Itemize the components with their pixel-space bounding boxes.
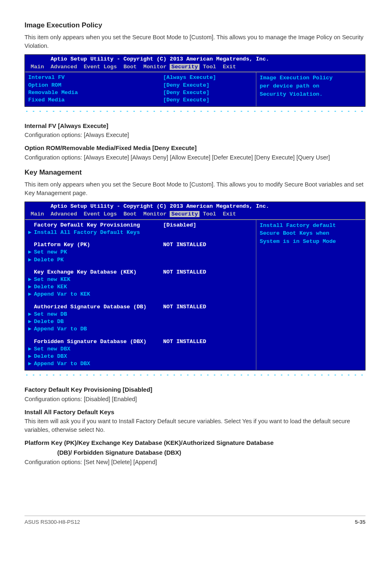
bios2-label: Set new DB <box>34 311 163 318</box>
bios-screenshot-2: Aptio Setup Utility - Copyright (C) 2013… <box>25 202 365 371</box>
triangle-icon: ▶ <box>28 360 34 368</box>
bios2-label: Set new KEK <box>34 276 163 283</box>
bios1-row0-label: Interval FV <box>28 74 163 81</box>
bios2-row: Key Exchange Key Database (KEK)NOT INSTA… <box>28 269 253 276</box>
triangle-icon <box>28 303 34 311</box>
bios2-row: ▶Set new PK <box>28 249 253 256</box>
bios1-left-panel: Interval FV[Always Execute] Option ROM[D… <box>25 72 256 106</box>
bios2-tabs-pre: Main Advanced Event Logs Boot Monitor <box>27 211 170 217</box>
bios2-value: [Disabled] <box>163 222 253 229</box>
bios2-tabs: Main Advanced Event Logs Boot Monitor Se… <box>25 210 365 219</box>
bios2-row: ▶Delete DBX <box>28 353 253 360</box>
bios2-label: Authorized Signature Database (DB) <box>34 303 163 311</box>
bios2-value <box>163 276 253 283</box>
bios2-row: Platform Key (PK)NOT INSTALLED <box>28 241 253 249</box>
footer-left: ASUS RS300-H8-PS12 <box>25 518 80 526</box>
bios2-value <box>163 249 253 256</box>
bios1-help-0: Image Execution Policy <box>260 74 362 82</box>
bios2-row: Authorized Signature Database (DB)NOT IN… <box>28 303 253 311</box>
triangle-icon: ▶ <box>28 318 34 325</box>
section-title-2: Key Management <box>25 168 365 178</box>
bios1-help-2: Security Violation. <box>260 90 362 99</box>
bios1-tab-active: Security <box>170 64 199 70</box>
bios2-value <box>163 311 253 318</box>
bios2-row: ▶Delete KEK <box>28 283 253 291</box>
triangle-icon <box>28 241 34 249</box>
bios2-row: ▶Set new DBX <box>28 346 253 353</box>
triangle-icon: ▶ <box>28 325 34 333</box>
bios2-group-spacer <box>28 264 253 269</box>
bios2-value <box>163 291 253 298</box>
bios-screenshot-1: Aptio Setup Utility - Copyright (C) 2013… <box>25 54 365 107</box>
bios2-label: Install All Factory Default Keys <box>34 229 163 236</box>
bios2-value <box>163 353 253 360</box>
bios2-value: NOT INSTALLED <box>163 303 253 311</box>
bios2-value <box>163 346 253 353</box>
bios2-group-spacer <box>28 298 253 303</box>
triangle-icon: ▶ <box>28 276 34 283</box>
bios2-row: Factory Default Key Provisioning[Disable… <box>28 222 253 229</box>
bios2-value <box>163 318 253 325</box>
bios2-row: ▶Set new DB <box>28 311 253 318</box>
bios2-help-panel: Install Factory default Secure Boot Keys… <box>256 220 365 370</box>
triangle-icon: ▶ <box>28 229 34 236</box>
triangle-icon: ▶ <box>28 283 34 291</box>
bios2-row: ▶Append Var to DB <box>28 325 253 333</box>
triangle-icon <box>28 338 34 346</box>
bios2-label: Platform Key (PK) <box>34 241 163 249</box>
bios2-label: Delete DB <box>34 318 163 325</box>
bios1-row2-value: [Deny Execute] <box>163 89 253 97</box>
bios1-dashes: - - - - - - - - - - - - - - - - - - - - … <box>25 108 365 115</box>
sub2-text: Configuration options: [Always Execute] … <box>25 153 365 162</box>
bios1-row0-value: [Always Execute] <box>163 74 253 81</box>
triangle-icon: ▶ <box>28 249 34 256</box>
triangle-icon <box>28 269 34 276</box>
bios2-row: ▶Delete PK <box>28 256 253 264</box>
bios2-value: NOT INSTALLED <box>163 269 253 276</box>
bios1-row1-value: [Deny Execute] <box>163 82 253 89</box>
bios2-value: NOT INSTALLED <box>163 338 253 346</box>
sub1-text: Configuration options: [Always Execute] <box>25 131 365 139</box>
bios2-value <box>163 256 253 264</box>
triangle-icon: ▶ <box>28 311 34 318</box>
bios2-label: Key Exchange Key Database (KEK) <box>34 269 163 276</box>
sub5-title: Platform Key (PK)/Key Exchange Key Datab… <box>25 438 365 447</box>
bios2-label: Append Var to KEK <box>34 291 163 298</box>
triangle-icon: ▶ <box>28 346 34 353</box>
bios2-label: Append Var to DB <box>34 325 163 333</box>
section-desc-1: This item only appears when you set the … <box>25 33 365 50</box>
bios2-left-panel: Factory Default Key Provisioning[Disable… <box>25 220 256 370</box>
bios2-value <box>163 325 253 333</box>
bios2-row: ▶Append Var to KEK <box>28 291 253 298</box>
bios2-value <box>163 283 253 291</box>
bios1-row2-label: Removable Media <box>28 89 163 97</box>
page-footer: ASUS RS300-H8-PS12 5-35 <box>25 516 365 526</box>
bios2-tabs-post: Tool Exit <box>199 211 236 217</box>
sub4-title: Install All Factory Default Keys <box>25 408 365 417</box>
bios2-group-spacer <box>28 333 253 338</box>
bios2-label: Append Var to DBX <box>34 360 163 368</box>
bios2-row: ▶Set new KEK <box>28 276 253 283</box>
section-desc-2: This item only appears when you set the … <box>25 180 365 197</box>
bios1-row3-label: Fixed Media <box>28 97 163 104</box>
sub3-text: Configuration options: [Disabled] [Enabl… <box>25 395 365 404</box>
triangle-icon: ▶ <box>28 291 34 298</box>
bios2-help-2: System is in Setup Mode <box>260 238 362 246</box>
bios2-row: Forbidden Signature Database (DBX)NOT IN… <box>28 338 253 346</box>
bios1-row3-value: [Deny Execute] <box>163 97 253 104</box>
bios2-header: Aptio Setup Utility - Copyright (C) 2013… <box>25 202 365 210</box>
bios2-label: Delete KEK <box>34 283 163 291</box>
bios2-row: ▶Append Var to DBX <box>28 360 253 368</box>
sub2-title: Option ROM/Removable Media/Fixed Media [… <box>25 144 365 153</box>
triangle-icon <box>28 222 34 229</box>
sub5-title2: (DB)/ Forbidden Signature Database (DBX) <box>25 448 365 457</box>
bios1-tabs: Main Advanced Event Logs Boot Monitor Se… <box>25 63 365 72</box>
bios1-help-1: per device path on <box>260 82 362 90</box>
sub1-title: Internal FV [Always Execute] <box>25 121 365 130</box>
bios2-label: Delete DBX <box>34 353 163 360</box>
bios2-row: ▶Delete DB <box>28 318 253 325</box>
bios1-title: Aptio Setup Utility - Copyright (C) 2013… <box>51 56 269 62</box>
bios2-value <box>163 360 253 368</box>
bios2-tab-active: Security <box>170 211 199 217</box>
sub4-text: This item will ask you if you want to In… <box>25 417 365 434</box>
